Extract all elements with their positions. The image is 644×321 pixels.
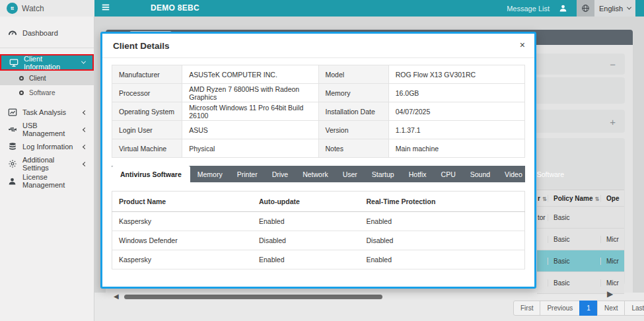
brand-logo-icon: tt <box>7 3 18 14</box>
table-row[interactable]: tor Basic <box>537 207 624 229</box>
real-time-cell: Disabled <box>360 231 525 250</box>
antivirus-row: Windows Defender Disabled Disabled <box>112 231 525 250</box>
chevron-left-icon <box>83 110 87 114</box>
sidebar-item-task-analysis[interactable]: Task Analysis <box>0 104 94 121</box>
antivirus-table: Product Name Auto-update Real-Time Prote… <box>112 191 525 269</box>
bullet-ring-icon <box>19 90 24 95</box>
client-table-fragment: r⇅ Policy Name⇅ Ope tor Basic Basic Micr… <box>537 190 624 294</box>
sort-icon: ⇅ <box>594 196 599 202</box>
sidebar-subitem-label: Software <box>29 89 55 96</box>
table-row[interactable]: Basic Micr <box>537 229 624 250</box>
column-header-product-name: Product Name <box>112 192 253 212</box>
tab-antivirus-software[interactable]: Antivirus Software <box>112 166 190 182</box>
scroll-left-arrow-icon[interactable]: ◀ <box>114 293 119 300</box>
details-row: Login User ASUS Version 1.1.37.1 <box>112 121 525 139</box>
tab-sound[interactable]: Sound <box>463 166 497 182</box>
pagination-last-button[interactable]: Last <box>624 301 644 316</box>
column-header-real-time-protection: Real-Time Protection <box>360 192 525 212</box>
tab-memory[interactable]: Memory <box>190 166 230 182</box>
auto-update-cell: Enabled <box>252 212 360 231</box>
sidebar-item-usb-management[interactable]: USB Management <box>0 121 94 138</box>
bullet-ring-icon <box>19 76 24 81</box>
detail-value: Physical <box>182 139 318 158</box>
sidebar-item-license-management[interactable]: License Management <box>0 172 94 190</box>
client-table-header-row: r⇅ Policy Name⇅ Ope <box>537 190 624 207</box>
tab-hotfix[interactable]: Hotfix <box>402 166 434 182</box>
usb-icon <box>7 125 17 134</box>
detail-label: Processor <box>112 84 182 102</box>
detail-label: Memory <box>318 84 388 102</box>
detail-value: Main machine <box>388 139 524 158</box>
close-icon[interactable]: × <box>520 40 525 50</box>
detail-label: Operating System <box>112 102 182 121</box>
column-header[interactable]: r⇅ <box>537 195 548 202</box>
real-time-cell: Enabled <box>360 250 525 269</box>
expand-button[interactable]: + <box>610 116 616 126</box>
language-value: English <box>599 5 623 13</box>
tab-network[interactable]: Network <box>295 166 336 182</box>
auto-update-cell: Disabled <box>252 231 360 250</box>
modal-title: Client Details <box>113 41 170 51</box>
tab-startup[interactable]: Startup <box>365 166 402 182</box>
antivirus-header-row: Product Name Auto-update Real-Time Prote… <box>112 192 525 212</box>
brand: tt Watch <box>0 0 94 17</box>
detail-label: Login User <box>112 121 182 139</box>
pagination-first-button[interactable]: First <box>513 301 540 316</box>
pagination-previous-button[interactable]: Previous <box>540 301 580 316</box>
brand-name: Watch <box>22 4 44 13</box>
sidebar-item-additional-settings[interactable]: Additional Settings <box>0 155 94 172</box>
sidebar-item-label: USB Management <box>22 122 78 137</box>
column-header-policy-name[interactable]: Policy Name⇅ <box>548 195 600 202</box>
tab-drive[interactable]: Drive <box>265 166 296 182</box>
chevron-down-icon <box>81 59 86 64</box>
user-icon[interactable] <box>559 4 567 13</box>
collapse-button[interactable]: − <box>610 59 616 69</box>
globe-icon <box>577 0 594 17</box>
sidebar-item-label: Log Information <box>22 143 78 151</box>
column-header-operating[interactable]: Ope <box>600 195 624 202</box>
detail-label: Manufacturer <box>112 65 182 84</box>
chevron-left-icon <box>83 127 87 131</box>
sidebar-item-label: License Management <box>22 173 87 189</box>
sidebar-item-dashboard[interactable]: Dashboard <box>0 24 94 42</box>
detail-value: 16.0GB <box>388 84 524 102</box>
tab-video[interactable]: Video <box>497 166 530 182</box>
tab-printer[interactable]: Printer <box>230 166 265 182</box>
sidebar-item-log-information[interactable]: Log Information <box>0 138 94 155</box>
table-row-selected[interactable]: Basic Micr <box>537 250 624 272</box>
detail-label: Virtual Machine <box>112 139 182 158</box>
sidebar-subitem-client[interactable]: Client <box>0 71 94 85</box>
pagination-page-1-button[interactable]: 1 <box>579 301 598 316</box>
topbar: tt Watch DEMO 8EBC Message List English <box>0 0 644 17</box>
gauge-icon <box>7 28 17 38</box>
message-list-link[interactable]: Message List <box>507 5 550 13</box>
antivirus-row: Kaspersky Enabled Enabled <box>112 212 525 231</box>
details-row: Operating System Microsoft Windows 11 Pr… <box>112 102 525 121</box>
tab-user[interactable]: User <box>336 166 365 182</box>
scroll-right-arrow-icon[interactable]: ▶ <box>607 289 613 299</box>
detail-value: 04/07/2025 <box>388 102 524 121</box>
hamburger-menu-icon[interactable] <box>101 3 110 12</box>
product-name-cell: Kaspersky <box>112 212 253 231</box>
sidebar-item-label: Additional Settings <box>22 156 78 172</box>
product-name-cell: Windows Defender <box>112 231 253 250</box>
modal-header: Client Details × <box>102 34 534 58</box>
auto-update-cell: Enabled <box>252 250 360 269</box>
column-header-auto-update: Auto-update <box>252 192 360 212</box>
product-name-cell: Kaspersky <box>112 250 253 269</box>
detail-value: Microsoft Windows 11 Pro 64bit Build 261… <box>182 102 318 121</box>
detail-label: Installation Date <box>318 102 388 121</box>
horizontal-scrollbar[interactable] <box>124 295 382 299</box>
database-icon <box>7 142 17 151</box>
sidebar-item-label: Task Analysis <box>22 108 78 116</box>
client-details-modal: Client Details × Manufacturer ASUSTeK CO… <box>100 32 536 289</box>
sidebar-subitem-software[interactable]: Software <box>0 85 94 100</box>
detail-value: ASUS <box>182 121 318 139</box>
tab-cpu[interactable]: CPU <box>434 166 463 182</box>
pagination-next-button[interactable]: Next <box>597 301 626 316</box>
sidebar-item-label: Client Information <box>24 55 77 71</box>
pagination: First Previous 1 Next Last <box>514 301 644 316</box>
tab-software[interactable]: Software <box>530 166 571 182</box>
language-selector[interactable]: English <box>577 0 635 17</box>
sidebar-item-client-information[interactable]: Client Information <box>0 54 94 71</box>
